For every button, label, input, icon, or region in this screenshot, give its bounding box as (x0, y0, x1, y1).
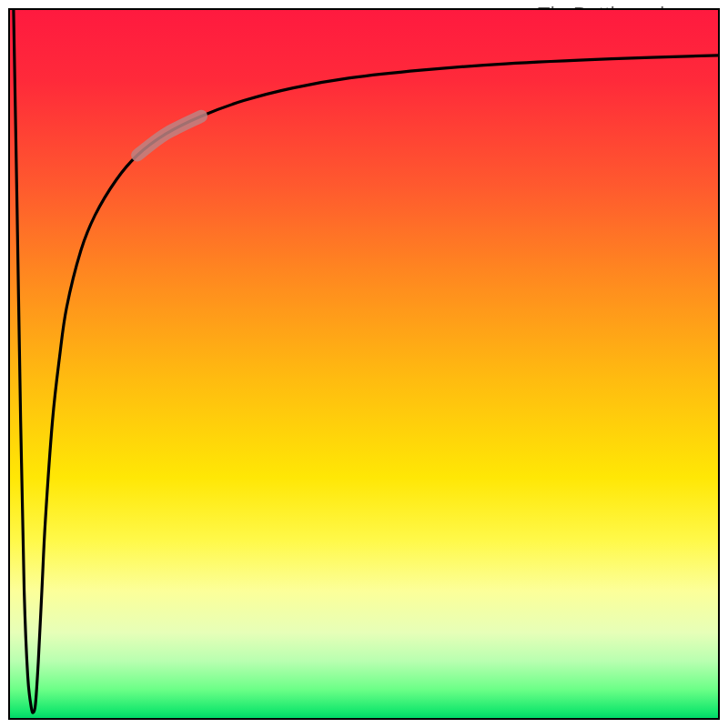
chart-stage: TheBottleneck.com (0, 0, 728, 728)
highlight-band (137, 116, 201, 156)
curve-layer (10, 10, 718, 718)
plot-frame (8, 8, 720, 720)
bottleneck-curve (14, 10, 718, 713)
